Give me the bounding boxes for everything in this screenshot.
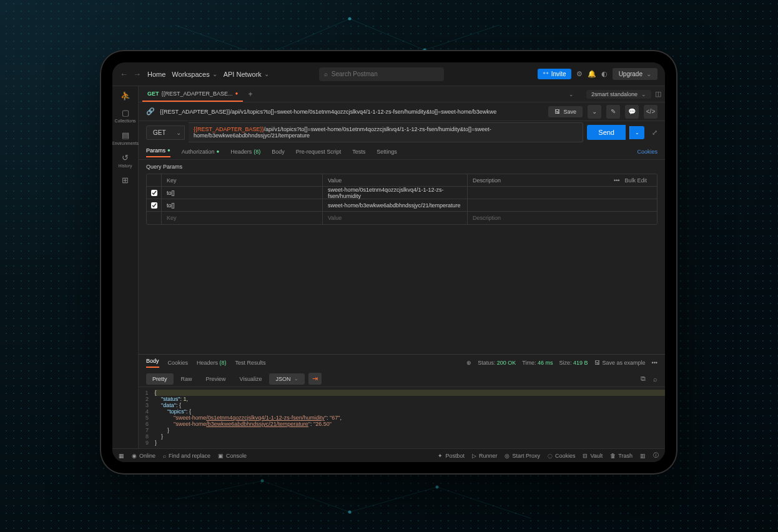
grid-icon: ⊞ xyxy=(122,175,129,185)
status-bar: ▦ ◉Online ⌕Find and replace ▣Console ✦Po… xyxy=(112,448,665,462)
view-pretty[interactable]: Pretty xyxy=(146,373,174,385)
sb-help-icon[interactable]: ⓘ xyxy=(653,451,659,460)
response-panel: Body Cookies Headers (8) Test Results ⊕ … xyxy=(139,354,665,448)
nav-workspaces[interactable]: Workspaces xyxy=(172,71,217,78)
more-icon[interactable]: ••• xyxy=(652,360,657,366)
nav-back-icon[interactable]: ← xyxy=(120,69,128,79)
param-key[interactable]: to[] xyxy=(162,199,323,211)
edit-icon[interactable]: ✎ xyxy=(606,105,620,119)
table-row[interactable]: to[] sweet-home/0s1etnm4qozzcjslkvq4/1-1… xyxy=(147,187,657,199)
table-row[interactable]: to[] sweet-home/b3ewkwe6abdbhndssjyc/21/… xyxy=(147,199,657,212)
notifications-icon[interactable]: 🔔 xyxy=(588,70,596,78)
resp-tab-headers[interactable]: Headers (8) xyxy=(197,360,227,366)
add-tab-button[interactable]: + xyxy=(248,90,252,99)
param-value[interactable]: sweet-home/b3ewkwe6abdbhndssjyc/21/tempe… xyxy=(323,199,468,211)
search-icon: ⌕ xyxy=(163,453,166,459)
params-table: Key Value Description•••Bulk Edit to[] s… xyxy=(146,174,657,225)
subtab-prerequest[interactable]: Pre-request Script xyxy=(296,149,342,155)
sb-trash[interactable]: 🗑Trash xyxy=(610,451,633,460)
sb-runner[interactable]: ▷Runner xyxy=(472,451,498,460)
subtab-params[interactable]: Params● xyxy=(146,147,170,157)
subtab-tests[interactable]: Tests xyxy=(352,149,365,155)
method-select[interactable]: GET xyxy=(146,126,185,140)
search-response-icon[interactable]: ⌕ xyxy=(653,375,657,383)
rail-collections[interactable]: ▢Collections xyxy=(114,108,135,123)
network-icon[interactable]: ⊕ xyxy=(466,360,471,366)
save-dropdown[interactable]: ⌄ xyxy=(588,105,601,119)
url-input[interactable]: {{REST_ADAPTER_BASE}}/api/v1/topics?to[]… xyxy=(189,122,583,142)
expand-icon[interactable]: ⤢ xyxy=(652,129,657,137)
send-button[interactable]: Send xyxy=(587,125,626,140)
sb-panel-icon[interactable]: ▦ xyxy=(119,453,124,459)
device-frame: ← → Home Workspaces API Network ⌕ ⁺⁺Invi… xyxy=(100,50,677,475)
comment-icon[interactable]: 💬 xyxy=(625,105,639,119)
more-icon[interactable]: ••• xyxy=(614,177,619,184)
param-checkbox[interactable] xyxy=(151,202,157,209)
subtab-settings[interactable]: Settings xyxy=(377,149,397,155)
send-dropdown[interactable]: ⌄ xyxy=(629,126,644,139)
resp-tab-body[interactable]: Body xyxy=(146,358,159,368)
code-icon[interactable]: </> xyxy=(644,105,657,119)
sb-proxy[interactable]: ◎Start Proxy xyxy=(505,451,540,460)
view-visualize[interactable]: Visualize xyxy=(234,373,268,385)
param-checkbox[interactable] xyxy=(151,190,157,196)
sb-online[interactable]: ◉Online xyxy=(132,453,155,459)
resp-tab-test-results[interactable]: Test Results xyxy=(235,360,266,366)
sb-postbot[interactable]: ✦Postbot xyxy=(438,451,465,460)
search-input[interactable] xyxy=(332,71,439,77)
param-value[interactable]: sweet-home/0s1etnm4qozzcjslkvq4/1-1-12-z… xyxy=(323,187,468,199)
nav-api-network[interactable]: API Network xyxy=(224,71,269,78)
environment-select[interactable]: 2smart standalone xyxy=(586,90,651,99)
sb-vault[interactable]: ⊟Vault xyxy=(583,451,603,460)
table-row-new[interactable]: Key Value Description xyxy=(147,212,657,224)
sb-cookies[interactable]: ◌Cookies xyxy=(548,451,576,460)
rail-history[interactable]: ↺History xyxy=(119,153,132,168)
sb-console[interactable]: ▣Console xyxy=(218,453,247,459)
breadcrumb-text: {{REST_ADAPTER_BASE}}/api/v1/topics?to[]… xyxy=(160,109,543,115)
tab-dropdown-icon[interactable]: ⌄ xyxy=(569,91,574,97)
sync-icon[interactable]: ◐ xyxy=(601,70,608,78)
upgrade-button[interactable]: Upgrade⌄ xyxy=(613,68,657,80)
rail-person[interactable]: ⛹ xyxy=(121,91,130,101)
subtab-body[interactable]: Body xyxy=(272,149,285,155)
col-key: Key xyxy=(162,174,323,186)
trash-icon: 🗑 xyxy=(610,453,616,459)
response-body[interactable]: 1{ 2 "status": 1, 3 "data": { 4 "topics"… xyxy=(139,387,665,448)
subtab-authorization[interactable]: Authorization● xyxy=(182,149,219,155)
view-raw[interactable]: Raw xyxy=(175,373,199,385)
nav-forward-icon[interactable]: → xyxy=(133,69,141,79)
request-tab-active[interactable]: GET {{REST_ADAPTER_BASE... ● xyxy=(142,86,243,102)
param-key[interactable]: to[] xyxy=(162,187,323,199)
invite-button[interactable]: ⁺⁺Invite xyxy=(538,69,571,79)
query-params-label: Query Params xyxy=(139,160,665,174)
environment-view-icon[interactable]: ◫ xyxy=(655,90,661,98)
app-window: ← → Home Workspaces API Network ⌕ ⁺⁺Invi… xyxy=(112,62,665,462)
search-box[interactable]: ⌕ xyxy=(319,67,444,81)
cookies-link[interactable]: Cookies xyxy=(637,149,657,155)
breadcrumb-row: 🔗 {{REST_ADAPTER_BASE}}/api/v1/topics?to… xyxy=(139,102,665,121)
param-description[interactable] xyxy=(468,199,657,211)
view-preview[interactable]: Preview xyxy=(200,373,232,385)
resp-tab-cookies[interactable]: Cookies xyxy=(168,360,189,366)
sb-find-replace[interactable]: ⌕Find and replace xyxy=(163,453,210,459)
rail-environments[interactable]: ▤Environments xyxy=(112,131,139,145)
format-select[interactable]: JSON xyxy=(269,373,305,385)
param-description[interactable] xyxy=(468,187,657,199)
col-value: Value xyxy=(323,174,468,186)
wrap-icon[interactable]: ⇥ xyxy=(308,373,322,385)
subtab-headers[interactable]: Headers (8) xyxy=(230,149,260,155)
bulk-edit-link[interactable]: Bulk Edit xyxy=(624,177,647,184)
save-button[interactable]: 🖫Save xyxy=(548,106,583,117)
settings-icon[interactable]: ⚙ xyxy=(576,70,583,78)
copy-icon[interactable]: ⧉ xyxy=(641,375,646,383)
rail-more[interactable]: ⊞ xyxy=(122,175,129,185)
request-tabs: GET {{REST_ADAPTER_BASE... ● + ⌄ 2smart … xyxy=(139,86,665,102)
left-rail: ⛹ ▢Collections ▤Environments ↺History ⊞ xyxy=(112,86,139,448)
url-row: GET {{REST_ADAPTER_BASE}}/api/v1/topics?… xyxy=(139,121,665,144)
vault-icon: ⊟ xyxy=(583,453,588,459)
top-bar: ← → Home Workspaces API Network ⌕ ⁺⁺Invi… xyxy=(112,62,665,86)
nav-home[interactable]: Home xyxy=(147,71,165,78)
save-example-link[interactable]: 🖫Save as example xyxy=(594,360,646,366)
sb-layout-icon[interactable]: ▥ xyxy=(640,451,646,460)
runner-icon: ▷ xyxy=(472,453,476,459)
